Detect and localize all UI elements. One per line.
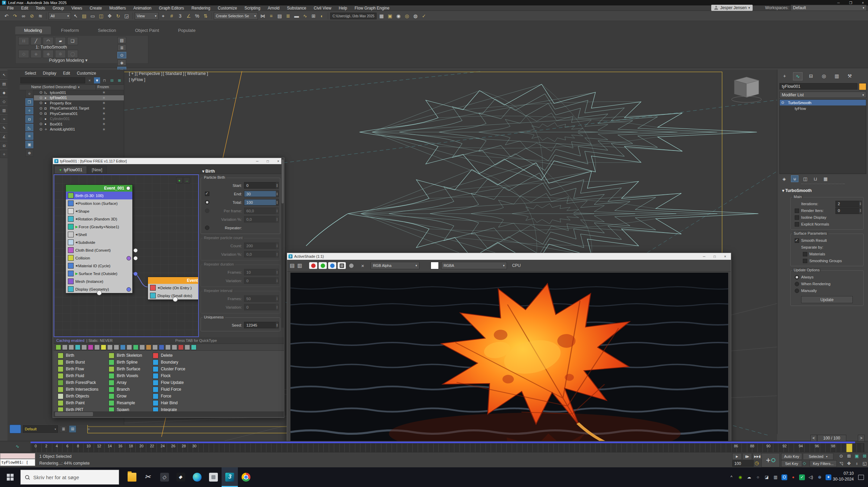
- security-shield-tray-icon[interactable]: ✓: [799, 474, 805, 480]
- outlook-tray-icon[interactable]: O: [781, 474, 787, 480]
- zoom-icon[interactable]: ⊙: [837, 452, 845, 460]
- explorer-menu-item[interactable]: Customize: [74, 71, 99, 76]
- menu-item[interactable]: Civil View: [310, 6, 335, 11]
- depot-operator[interactable]: Hair Bind: [153, 400, 185, 406]
- object-color-swatch[interactable]: [859, 83, 866, 90]
- ribbon-tab[interactable]: Object Paint: [126, 26, 168, 34]
- selection-lock-button[interactable]: [10, 425, 21, 433]
- operator-row[interactable]: ◀ ▶ Rotation (Random 3D): [66, 215, 132, 223]
- file-explorer-app-icon[interactable]: [124, 467, 140, 487]
- operator-row[interactable]: ◀ ▶ Collision: [66, 254, 132, 262]
- editor-tool-icon[interactable]: [159, 345, 164, 350]
- menu-item[interactable]: Animation: [130, 6, 155, 11]
- explorer-menu-item[interactable]: Select: [22, 71, 39, 76]
- operator-input-socket[interactable]: [127, 287, 131, 292]
- viewport-label-item[interactable]: [ Wireframe ]: [185, 71, 208, 76]
- explorer-menu-item[interactable]: Edit: [60, 71, 73, 76]
- next-frame-button[interactable]: ▮▶: [742, 453, 752, 460]
- app-blue-tray-icon[interactable]: ✦: [826, 474, 831, 480]
- event-002-node[interactable]: Event_ ◀ Delete (On Entry ) ◀: [148, 277, 199, 300]
- go-to-end-button[interactable]: ▶▶▮: [753, 453, 762, 460]
- explorer-row[interactable]: ⊙ ◺ tyIcon001 ∗: [34, 90, 124, 95]
- tyflow-minimize-button[interactable]: ─: [253, 159, 262, 163]
- unity-hub-app-icon[interactable]: [156, 467, 173, 487]
- activeshade-close-button[interactable]: ×: [721, 255, 730, 258]
- activeshade-toggle-icon[interactable]: ◍: [412, 12, 419, 20]
- frozen-toggle-icon[interactable]: ∗: [102, 101, 106, 105]
- editor-tool-icon[interactable]: [178, 345, 184, 350]
- minimize-button[interactable]: ─: [833, 1, 844, 5]
- filter-groups-icon[interactable]: ▣: [25, 141, 33, 148]
- overflow-chevron[interactable]: »: [88, 427, 90, 431]
- frozen-toggle-icon[interactable]: ∗: [102, 90, 106, 95]
- menu-item[interactable]: Group: [49, 6, 68, 11]
- select-and-link-icon[interactable]: ∞: [20, 12, 27, 20]
- frozen-toggle-icon[interactable]: ∗: [102, 106, 106, 111]
- depot-operator[interactable]: Cluster Force: [153, 366, 185, 372]
- dock-volume-icon[interactable]: ▥: [0, 106, 8, 114]
- param-radio[interactable]: [795, 282, 799, 286]
- zoom-extents-icon[interactable]: ▣: [853, 452, 861, 460]
- param-field[interactable]: 60,0▴▾: [244, 208, 279, 214]
- snaps-toggle-icon[interactable]: 3: [176, 12, 184, 20]
- operator-output-socket[interactable]: [133, 272, 138, 276]
- depot-operator[interactable]: Fluid Force: [153, 386, 185, 393]
- key-filters-button[interactable]: Key Filters...: [810, 460, 837, 467]
- pureref-app-icon[interactable]: [205, 467, 222, 487]
- param-toggle[interactable]: [795, 209, 799, 213]
- time-configuration-icon[interactable]: ◷: [755, 460, 759, 466]
- display-tab-icon[interactable]: ▥: [832, 72, 841, 80]
- event-002-header[interactable]: Event_: [148, 277, 199, 284]
- filter-funnel-icon[interactable]: ▼: [94, 77, 100, 83]
- alpha-channel-button[interactable]: [347, 262, 355, 269]
- dock-alembic-icon[interactable]: ◇: [0, 98, 8, 105]
- undo-icon[interactable]: ↶: [3, 12, 10, 20]
- ribbon-tab[interactable]: Modeling: [15, 26, 51, 34]
- visibility-eye-icon[interactable]: ⊙: [39, 117, 44, 121]
- editor-tool-icon[interactable]: [165, 345, 171, 350]
- dock-camera-icon[interactable]: ◘: [0, 142, 8, 149]
- workspace-dropdown[interactable]: Default▾: [791, 5, 867, 11]
- lock-explorer-icon[interactable]: ⊓: [101, 77, 108, 83]
- auto-key-button[interactable]: Auto Key: [781, 453, 802, 460]
- frame-indicator[interactable]: 100 / 100: [817, 435, 846, 442]
- motion-tab-icon[interactable]: ◎: [819, 72, 828, 80]
- activeshade-maximize-button[interactable]: □: [710, 255, 719, 258]
- ribbon-tab[interactable]: Populate: [169, 26, 204, 34]
- redo-icon[interactable]: ↷: [11, 12, 19, 20]
- menu-item[interactable]: Create: [86, 6, 106, 11]
- editor-tool-icon[interactable]: [88, 345, 93, 350]
- param-field[interactable]: 0▴▾: [244, 304, 279, 310]
- operator-row[interactable]: ◀ ▶ Birth (0-30: 100): [66, 192, 132, 199]
- visibility-eye-icon[interactable]: ⊙: [39, 101, 44, 105]
- menu-item[interactable]: Rendering: [188, 6, 214, 11]
- param-toggle[interactable]: [205, 209, 209, 213]
- event-output-socket[interactable]: [173, 297, 178, 302]
- ribbon-tab[interactable]: Freeform: [52, 26, 88, 34]
- depot-operator[interactable]: Birth Spline: [109, 359, 142, 366]
- depot-operator[interactable]: Force: [153, 393, 185, 400]
- param-field[interactable]: 10▴▾: [244, 269, 279, 275]
- event-001-header[interactable]: Event_001: [66, 185, 132, 192]
- preview-subobject-icon[interactable]: ◇: [18, 50, 29, 58]
- configure-modifier-sets-icon[interactable]: ▦: [822, 176, 829, 182]
- param-field[interactable]: 30▴▾: [244, 191, 279, 197]
- named-selection-set-dropdown[interactable]: Create Selection Se▾: [214, 12, 258, 20]
- collapse-stack-icon[interactable]: ◆: [43, 50, 54, 58]
- name-column-header[interactable]: Name (Sorted Descending) ▼: [20, 85, 96, 90]
- symmetry-icon[interactable]: ◯: [67, 50, 78, 58]
- spinner[interactable]: ▴▾: [276, 199, 278, 205]
- editor-tool-icon[interactable]: [139, 345, 145, 350]
- event-enable-bulb-icon[interactable]: [126, 186, 130, 190]
- editor-tool-icon[interactable]: [152, 345, 158, 350]
- frozen-toggle-icon[interactable]: ∗: [102, 96, 106, 100]
- selection-filter-dropdown[interactable]: All▾: [49, 12, 71, 20]
- select-and-move-icon[interactable]: ✥: [106, 12, 113, 20]
- editor-tool-icon[interactable]: [69, 345, 74, 350]
- layer-manager-icon[interactable]: ≣: [60, 425, 67, 433]
- filter-helpers-icon[interactable]: ◺: [25, 124, 33, 131]
- spinner[interactable]: ▴▾: [276, 208, 278, 214]
- menu-item[interactable]: Scripting: [241, 6, 264, 11]
- remove-modifier-icon[interactable]: ⊔: [812, 176, 819, 182]
- render-check-icon[interactable]: ✓: [420, 12, 428, 20]
